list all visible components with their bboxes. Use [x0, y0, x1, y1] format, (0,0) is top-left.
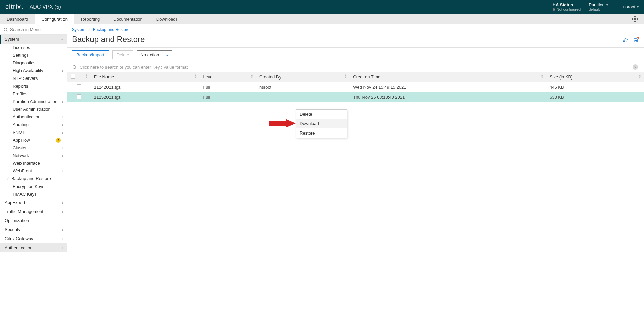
- sidebar-item-auditing[interactable]: Auditing›: [0, 121, 67, 128]
- col-creationtime[interactable]: Creation Time▲▼: [350, 72, 546, 82]
- cell-level: Full: [200, 82, 256, 92]
- sidebar-item-backup-and-restore[interactable]: ☆Backup and Restore: [0, 175, 67, 182]
- svg-line-2: [7, 30, 8, 31]
- save-config-button[interactable]: [632, 37, 639, 44]
- top-header: citrix. ADC VPX (5) HA Status Not config…: [0, 0, 644, 14]
- sidebar-search-input[interactable]: [10, 27, 60, 32]
- sidebar-item-label: Settings: [13, 53, 29, 58]
- annotation-arrow-icon: [269, 119, 296, 128]
- help-icon[interactable]: ?: [633, 64, 638, 70]
- product-name: ADC VPX (5): [30, 4, 61, 10]
- sidebar-item-label: Authentication: [5, 245, 32, 250]
- breadcrumb: System › Backup and Restore: [67, 24, 644, 33]
- breadcrumb-current[interactable]: Backup and Restore: [93, 27, 130, 32]
- sidebar-item-authentication[interactable]: Authentication›: [0, 113, 67, 121]
- chevron-right-icon: ›: [62, 246, 63, 250]
- content-area: System › Backup and Restore Backup and R…: [67, 24, 644, 310]
- sidebar-item-optimization[interactable]: Optimization: [0, 216, 67, 225]
- context-delete[interactable]: Delete: [296, 110, 347, 119]
- tab-configuration[interactable]: Configuration: [35, 14, 74, 24]
- user-menu[interactable]: nsroot ▾: [616, 0, 639, 14]
- sidebar-search[interactable]: [0, 24, 67, 35]
- col-size[interactable]: Size (in KB)▲▼: [546, 72, 644, 82]
- sidebar-item-appexpert[interactable]: AppExpert›: [0, 198, 67, 207]
- sidebar-item-diagnostics[interactable]: Diagnostics: [0, 59, 67, 67]
- col-createdby[interactable]: Created By▲▼: [256, 72, 350, 82]
- sidebar-item-hmac-keys[interactable]: HMAC Keys: [0, 190, 67, 198]
- sidebar-item-encryption-keys[interactable]: Encryption Keys: [0, 182, 67, 190]
- gear-icon[interactable]: [632, 16, 638, 22]
- breadcrumb-root[interactable]: System: [72, 27, 85, 32]
- row-checkbox[interactable]: [77, 84, 81, 89]
- sidebar-item-partition-administration[interactable]: Partition Administration›: [0, 98, 67, 105]
- sidebar-item-ntp-servers[interactable]: NTP Servers: [0, 74, 67, 82]
- chevron-right-icon: ›: [62, 161, 63, 165]
- refresh-button[interactable]: [622, 37, 629, 44]
- context-restore[interactable]: Restore: [296, 128, 347, 138]
- sidebar-item-snmp[interactable]: SNMP›: [0, 128, 67, 136]
- sidebar-item-high-availability[interactable]: High Availability›: [0, 67, 67, 74]
- sidebar-item-authentication[interactable]: Authentication›: [0, 243, 67, 252]
- brand-logo: citrix.: [5, 3, 24, 11]
- search-icon: [72, 65, 77, 70]
- sidebar-item-label: Authentication: [13, 114, 40, 119]
- backup-import-button[interactable]: Backup/Import: [72, 50, 109, 59]
- sidebar-item-label: Diagnostics: [13, 60, 35, 65]
- chevron-right-icon: ›: [62, 107, 63, 111]
- tab-dashboard[interactable]: Dashboard: [0, 14, 35, 24]
- sidebar-item-appflow[interactable]: AppFlow!›: [0, 136, 67, 144]
- sidebar-item-label: WebFront: [13, 168, 32, 173]
- sidebar-item-label: HMAC Keys: [13, 192, 37, 197]
- partition-block[interactable]: Partition▾ default: [589, 2, 608, 11]
- row-checkbox[interactable]: [77, 94, 81, 99]
- tab-documentation[interactable]: Documentation: [106, 14, 149, 24]
- sidebar-item-label: Citrix Gateway: [5, 236, 33, 241]
- tab-reporting[interactable]: Reporting: [74, 14, 106, 24]
- chevron-down-icon: ⌄: [165, 52, 169, 57]
- ha-status-block: HA Status Not configured: [553, 2, 581, 11]
- alert-badge-icon: !: [56, 138, 61, 143]
- col-filename[interactable]: File Name▲▼: [91, 72, 200, 82]
- sidebar-section-system[interactable]: System ⌄: [0, 35, 67, 44]
- sidebar-item-network[interactable]: Network›: [0, 152, 67, 159]
- cell-filename: 11242021.tgz: [91, 82, 200, 92]
- sidebar-item-licenses[interactable]: Licenses: [0, 44, 67, 51]
- sidebar-item-label: Auditing: [13, 122, 29, 127]
- chevron-right-icon: ›: [62, 154, 63, 158]
- sidebar-item-label: AppFlow: [13, 138, 30, 143]
- sidebar-item-web-interface[interactable]: Web Interface›: [0, 159, 67, 167]
- cell-createdby: [256, 92, 350, 102]
- ha-status-label: HA Status: [553, 2, 581, 7]
- status-dot-icon: [553, 8, 555, 11]
- sidebar-item-label: Network: [13, 153, 29, 158]
- chevron-right-icon: ›: [62, 201, 63, 205]
- sidebar-item-settings[interactable]: Settings: [0, 51, 67, 59]
- sidebar-item-label: Partition Administration: [13, 99, 57, 104]
- sidebar-item-label: Encryption Keys: [13, 184, 44, 189]
- tab-downloads[interactable]: Downloads: [149, 14, 184, 24]
- svg-line-4: [75, 68, 76, 69]
- sidebar-item-profiles[interactable]: Profiles: [0, 90, 67, 98]
- no-action-dropdown[interactable]: No action ⌄: [137, 50, 172, 59]
- sidebar-item-label: NTP Servers: [13, 76, 38, 81]
- chevron-right-icon: ›: [62, 138, 63, 142]
- sidebar-item-user-administration[interactable]: User Administration›: [0, 105, 67, 113]
- sidebar-item-webfront[interactable]: WebFront›: [0, 167, 67, 175]
- sidebar-item-label: Reports: [13, 84, 28, 89]
- sidebar-item-traffic-management[interactable]: Traffic Management›: [0, 207, 67, 216]
- table-row[interactable]: 11252021.tgz Full Thu Nov 25 08:18:40 20…: [67, 92, 644, 102]
- sidebar-item-security[interactable]: Security›: [0, 225, 67, 234]
- sidebar-item-cluster[interactable]: Cluster›: [0, 144, 67, 152]
- partition-value: default: [589, 7, 608, 11]
- sidebar-item-label: SNMP: [13, 130, 26, 135]
- ha-status-value: Not configured: [557, 7, 581, 11]
- table-row[interactable]: 11242021.tgz Full nsroot Wed Nov 24 15:4…: [67, 82, 644, 92]
- table-search-placeholder[interactable]: Click here to search or you can enter Ke…: [80, 65, 188, 70]
- sidebar-item-citrix-gateway[interactable]: Citrix Gateway›: [0, 234, 67, 243]
- context-download[interactable]: Download: [296, 119, 347, 128]
- checkbox-all[interactable]: [71, 74, 75, 79]
- sidebar-item-reports[interactable]: Reports: [0, 82, 67, 90]
- col-level[interactable]: Level▲▼: [200, 72, 256, 82]
- sidebar-item-label: Cluster: [13, 145, 27, 150]
- cell-createdby: nsroot: [256, 82, 350, 92]
